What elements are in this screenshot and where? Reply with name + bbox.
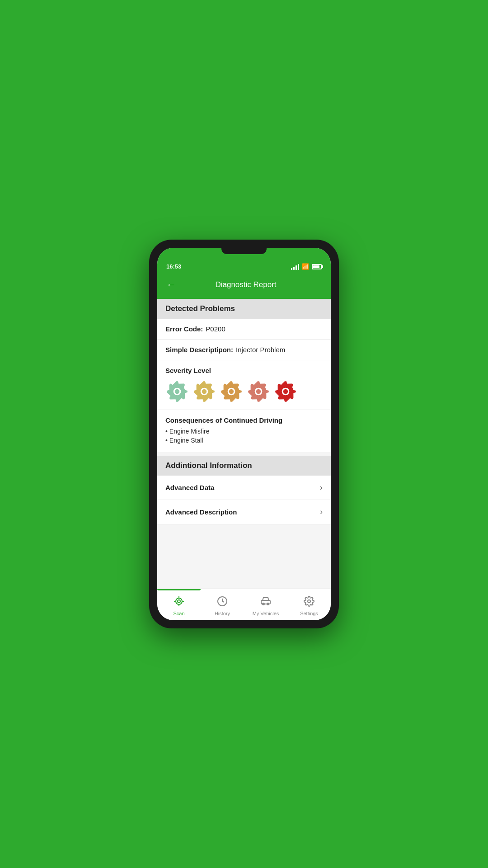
additional-info-title: Addintional Information <box>165 461 252 470</box>
chevron-right-icon: › <box>320 507 323 517</box>
page-title: Diagnostic Report <box>182 280 310 289</box>
history-nav-icon <box>217 596 228 609</box>
consequences-list: • Engine Misfire• Engine Stall <box>165 428 323 444</box>
simple-desc-label: Simple Descriptipon: <box>165 346 233 354</box>
nav-item-my-vehicles[interactable]: My Vehicles <box>244 589 287 620</box>
scan-nav-label: Scan <box>173 611 184 616</box>
problems-card: Error Code: P0200 Simple Descriptipon: I… <box>157 319 331 452</box>
svg-point-1 <box>175 389 179 394</box>
settings-nav-icon <box>304 596 314 609</box>
gap <box>157 452 331 456</box>
consequence-item: • Engine Misfire <box>165 428 323 435</box>
consequences-title: Consequences of Continued Driving <box>165 416 323 424</box>
status-bar: 16:53 📶 <box>157 261 331 273</box>
svg-point-9 <box>283 389 288 394</box>
battery-icon <box>312 264 322 269</box>
error-code-row: Error Code: P0200 <box>157 319 331 340</box>
additional-info-header: Addintional Information <box>157 456 331 476</box>
severity-label: Severity Level <box>165 367 323 374</box>
simple-description-row: Simple Descriptipon: Injector Problem <box>157 340 331 360</box>
bottom-nav: ScanHistoryMy VehiclesSettings <box>157 589 331 620</box>
status-time: 16:53 <box>166 263 181 270</box>
severity-icons <box>165 380 323 403</box>
consequences-row: Consequences of Continued Driving • Engi… <box>157 410 331 452</box>
severity-icon-3 <box>220 380 243 403</box>
consequence-item: • Engine Stall <box>165 437 323 444</box>
content-area: Detected Problems Error Code: P0200 Simp… <box>157 299 331 589</box>
detected-problems-title: Detected Problems <box>165 304 235 313</box>
svg-point-5 <box>229 389 234 394</box>
severity-icon-2 <box>192 380 216 403</box>
severity-icon-1 <box>165 380 189 403</box>
info-item-advanced-data[interactable]: Advanced Data› <box>157 476 331 500</box>
phone-notch <box>157 248 331 261</box>
svg-point-7 <box>256 389 261 394</box>
signal-icon <box>291 264 299 270</box>
error-code-label: Error Code: <box>165 325 203 333</box>
svg-point-10 <box>176 598 182 604</box>
history-nav-label: History <box>215 611 230 616</box>
phone-frame: 16:53 📶 ← Diagnostic Report <box>149 240 339 628</box>
error-code-value: P0200 <box>206 325 225 333</box>
detected-problems-header: Detected Problems <box>157 299 331 319</box>
simple-desc-value: Injector Problem <box>236 346 285 354</box>
phone-screen: 16:53 📶 ← Diagnostic Report <box>157 248 331 620</box>
nav-item-settings[interactable]: Settings <box>287 589 331 620</box>
scan-nav-icon <box>174 596 184 609</box>
svg-point-3 <box>202 389 206 394</box>
status-icons: 📶 <box>291 263 322 270</box>
wifi-icon: 📶 <box>302 263 309 270</box>
back-button[interactable]: ← <box>164 277 178 292</box>
severity-icon-4 <box>247 380 270 403</box>
svg-point-11 <box>178 600 180 603</box>
nav-item-scan[interactable]: Scan <box>157 589 201 620</box>
nav-item-history[interactable]: History <box>201 589 244 620</box>
info-item-label-advanced-data: Advanced Data <box>165 484 214 491</box>
svg-point-20 <box>308 600 310 603</box>
severity-row: Severity Level <box>157 360 331 410</box>
app-header: ← Diagnostic Report <box>157 273 331 299</box>
info-item-advanced-description[interactable]: Advanced Description› <box>157 500 331 524</box>
info-item-label-advanced-description: Advanced Description <box>165 508 237 516</box>
settings-nav-label: Settings <box>300 611 318 616</box>
my-vehicles-nav-icon <box>260 596 271 609</box>
additional-info-card: Advanced Data›Advanced Description› <box>157 476 331 524</box>
severity-icon-5 <box>274 380 297 403</box>
my-vehicles-nav-label: My Vehicles <box>253 611 279 616</box>
chevron-right-icon: › <box>320 483 323 492</box>
